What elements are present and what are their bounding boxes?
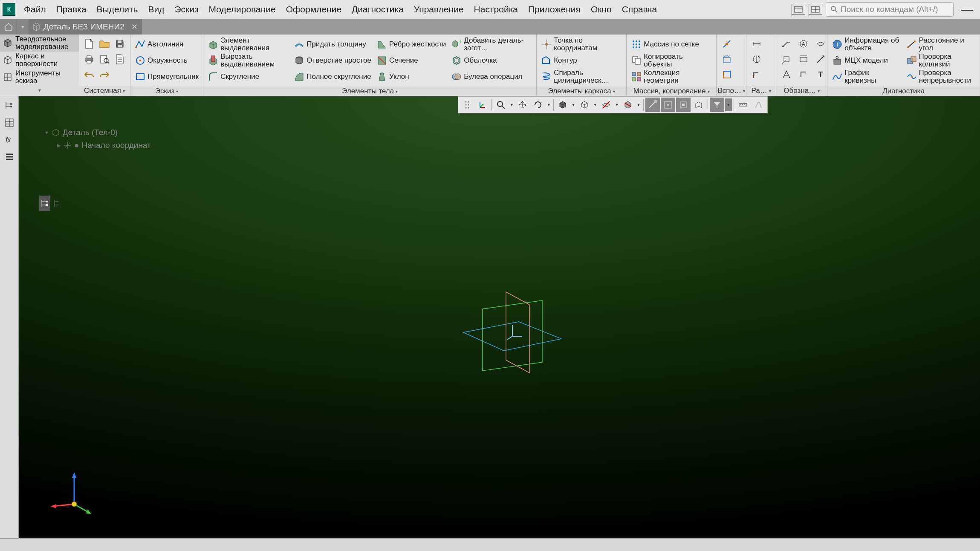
undo-button[interactable] — [81, 67, 97, 82]
aux-btn-1[interactable] — [719, 36, 734, 52]
desig-btn-text[interactable]: T — [813, 67, 828, 82]
layers-button[interactable] — [2, 149, 17, 164]
contour-button[interactable]: Контур — [539, 52, 624, 69]
grip-icon[interactable] — [460, 98, 474, 112]
spiral-button[interactable]: Спираль цилиндрическ… — [539, 69, 624, 85]
rectangle-button[interactable]: Прямоугольник — [133, 69, 200, 85]
full-fillet-button[interactable]: Полное скругление — [292, 69, 373, 85]
curvature-button[interactable]: График кривизны — [830, 69, 902, 85]
rotate-button[interactable] — [531, 98, 545, 112]
menu-apps[interactable]: Приложения — [523, 3, 586, 16]
menu-help[interactable]: Справка — [617, 3, 662, 16]
lcs-button[interactable] — [475, 98, 490, 112]
new-file-button[interactable] — [81, 36, 97, 52]
info-button[interactable]: i Информация об объекте — [830, 36, 902, 52]
collision-button[interactable]: Проверка коллизий — [905, 52, 977, 69]
measure-button[interactable] — [736, 98, 750, 112]
copy-objects-button[interactable]: Копировать объекты — [629, 52, 714, 69]
zoom-button[interactable] — [494, 98, 508, 112]
print-button[interactable] — [81, 52, 97, 67]
size-btn-2[interactable] — [749, 52, 764, 67]
menu-settings[interactable]: Настройка — [469, 3, 523, 16]
rib-button[interactable]: Ребро жесткости — [375, 36, 448, 52]
mode-solid[interactable]: Твердотельное моделирование — [0, 35, 79, 52]
desig-btn-7[interactable] — [813, 36, 828, 52]
wireframe-view-button[interactable] — [577, 98, 592, 112]
hide-button[interactable] — [599, 98, 613, 112]
menu-sketch[interactable]: Эскиз — [169, 3, 203, 16]
home-tab[interactable] — [0, 19, 17, 35]
expand-icon[interactable]: ▼ — [44, 130, 49, 135]
desig-btn-5[interactable] — [796, 52, 811, 67]
tree-root[interactable]: ▼ Деталь (Тел-0) — [44, 126, 151, 139]
point-button[interactable]: Точка по координатам — [539, 36, 624, 52]
mass-button[interactable]: МЦХ модели — [830, 52, 902, 69]
snap-center-button[interactable] — [676, 98, 691, 112]
window-split-icon[interactable] — [809, 4, 822, 15]
mode-sketch-tools[interactable]: Инструменты эскиза — [0, 69, 79, 86]
distance-button[interactable]: Расстояние и угол — [905, 36, 977, 52]
highlight-button[interactable] — [751, 98, 766, 112]
viewport-3d[interactable]: ▼ Деталь (Тел-0) ▶ ● Начало координат ▼ … — [19, 96, 980, 538]
array-grid-button[interactable]: Массив по сетке — [629, 36, 714, 52]
menu-design[interactable]: Оформление — [281, 3, 347, 16]
section-dropdown[interactable]: ▼ — [636, 103, 642, 107]
filter-button[interactable] — [710, 98, 724, 112]
minimize-button[interactable]: — — [957, 3, 977, 16]
draft-button[interactable]: Уклон — [375, 69, 448, 85]
variables-button[interactable]: fx — [2, 132, 17, 147]
size-btn-1[interactable] — [749, 36, 764, 52]
menu-manage[interactable]: Управление — [409, 3, 469, 16]
redo-button[interactable] — [97, 67, 112, 82]
section-button[interactable]: Сечение — [375, 52, 448, 69]
aux-btn-2[interactable] — [719, 52, 734, 67]
fillet-button[interactable]: Скругление — [206, 69, 290, 85]
tree-view-button[interactable] — [2, 98, 17, 113]
wireframe-dropdown[interactable]: ▼ — [593, 103, 598, 107]
menu-window[interactable]: Окно — [586, 3, 617, 16]
desig-btn-8[interactable] — [813, 52, 828, 67]
section-view-button[interactable] — [621, 98, 635, 112]
document-tab[interactable]: Деталь БЕЗ ИМЕНИ2 ✕ — [29, 19, 142, 35]
menu-file[interactable]: Файл — [19, 3, 51, 16]
add-part-button[interactable]: + Добавить деталь-загот… — [449, 36, 534, 52]
close-tab-icon[interactable]: ✕ — [131, 22, 138, 32]
collection-button[interactable]: Коллекция геометрии — [629, 69, 714, 85]
menu-diagnostics[interactable]: Диагностика — [347, 3, 409, 16]
properties-button[interactable] — [112, 52, 127, 67]
tree-tab-build[interactable] — [52, 196, 63, 211]
snap-grid-button[interactable] — [691, 98, 706, 112]
aux-btn-3[interactable] — [719, 67, 734, 82]
window-layout-icon[interactable] — [792, 4, 805, 15]
tree-origin[interactable]: ▶ ● Начало координат — [44, 139, 151, 152]
hole-button[interactable]: Отверстие простое — [292, 52, 373, 69]
axis-gizmo[interactable] — [49, 466, 100, 517]
desig-btn-3[interactable] — [779, 67, 794, 82]
zoom-dropdown[interactable]: ▼ — [509, 103, 515, 107]
rotate-dropdown[interactable]: ▼ — [546, 103, 552, 107]
tree-tab-structure[interactable] — [39, 196, 50, 211]
extrude-button[interactable]: Элемент выдавливания — [206, 36, 290, 52]
desig-btn-2[interactable] — [779, 52, 794, 67]
mode-dropdown[interactable]: ▾ — [0, 86, 79, 95]
pan-button[interactable] — [515, 98, 530, 112]
menu-view[interactable]: Вид — [143, 3, 169, 16]
continuity-button[interactable]: Проверка непрерывности — [905, 69, 977, 85]
mode-wireframe[interactable]: Каркас и поверхности — [0, 52, 79, 69]
menu-edit[interactable]: Правка — [51, 3, 92, 16]
desig-btn-1[interactable] — [779, 36, 794, 52]
menu-select[interactable]: Выделить — [92, 3, 143, 16]
home-dropdown[interactable]: ▼ — [17, 19, 29, 35]
hide-dropdown[interactable]: ▼ — [614, 103, 620, 107]
preview-button[interactable] — [97, 52, 112, 67]
params-button[interactable] — [2, 115, 17, 130]
snap-mid-button[interactable] — [661, 98, 675, 112]
shell-button[interactable]: Оболочка — [449, 52, 534, 69]
shading-button[interactable] — [555, 98, 570, 112]
desig-btn-4[interactable]: A — [796, 36, 811, 52]
save-button[interactable] — [112, 36, 127, 52]
cut-extrude-button[interactable]: Вырезать выдавливанием — [206, 52, 290, 69]
size-btn-3[interactable] — [749, 67, 764, 82]
command-search[interactable]: Поиск по командам (Alt+/) — [826, 2, 954, 17]
autoline-button[interactable]: Автолиния — [133, 36, 200, 52]
